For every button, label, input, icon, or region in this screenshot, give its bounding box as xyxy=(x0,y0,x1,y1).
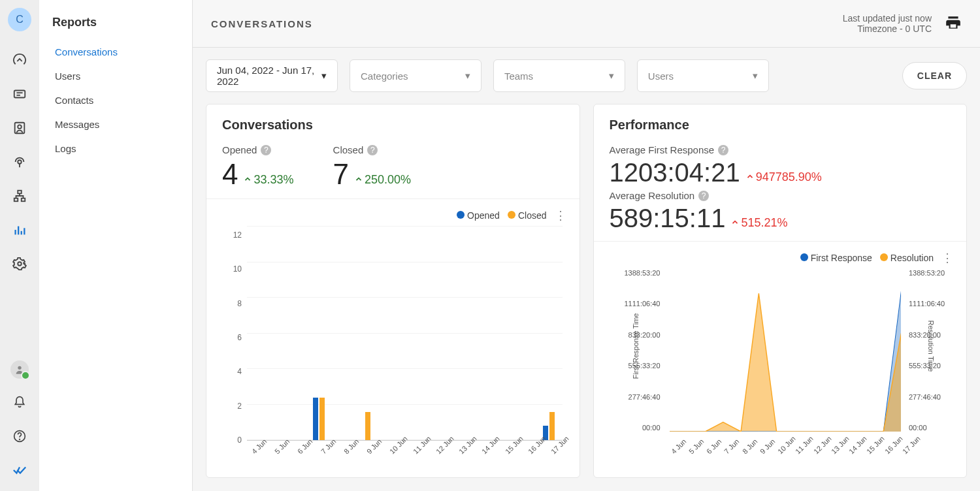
chevron-down-icon: ▾ xyxy=(753,70,758,82)
chart-menu-icon[interactable]: ⋮ xyxy=(941,252,953,264)
help-icon[interactable]: ? xyxy=(367,145,378,155)
current-user-avatar[interactable] xyxy=(10,360,29,379)
conversations-title: Conversations xyxy=(222,118,564,133)
sidebar-item-messages[interactable]: Messages xyxy=(39,112,192,136)
afr-delta: 947785.90% xyxy=(745,170,822,184)
messages-icon[interactable] xyxy=(7,81,33,107)
reports-icon[interactable] xyxy=(7,217,33,243)
closed-delta: 250.00% xyxy=(354,173,411,187)
legend-resolution: Resolution xyxy=(880,253,934,263)
ar-value: 589:15:11 xyxy=(610,204,726,233)
page-header: CONVERSATIONS Last updated just now Time… xyxy=(193,0,980,48)
sidebar-item-users[interactable]: Users xyxy=(39,64,192,88)
chevron-down-icon: ▾ xyxy=(321,70,327,82)
legend-closed: Closed xyxy=(508,210,547,221)
conversations-chart: 121086420 4 Jun5 Jun6 Jun7 Jun8 Jun9 Jun… xyxy=(220,227,566,467)
icon-rail: C xyxy=(0,0,39,491)
svg-point-4 xyxy=(18,125,22,129)
notifications-icon[interactable] xyxy=(7,389,33,415)
broadcast-icon[interactable] xyxy=(7,149,33,175)
svg-point-5 xyxy=(18,160,22,164)
svg-point-13 xyxy=(18,262,22,266)
clear-button[interactable]: CLEAR xyxy=(902,62,967,89)
print-icon[interactable] xyxy=(945,14,962,33)
categories-filter[interactable]: Categories ▾ xyxy=(350,59,482,92)
conversations-card: Conversations Opened? 4 33.33% Closed? xyxy=(206,104,580,478)
closed-value: 7 xyxy=(333,158,349,191)
filter-bar: Jun 04, 2022 - Jun 17, 2022 ▾ Categories… xyxy=(193,48,980,104)
help-icon[interactable] xyxy=(7,423,33,449)
contacts-icon[interactable] xyxy=(7,115,33,141)
settings-icon[interactable] xyxy=(7,251,33,277)
page-title: CONVERSATIONS xyxy=(211,18,313,29)
performance-card: Performance Average First Response? 1203… xyxy=(593,104,968,478)
afr-value: 1203:04:21 xyxy=(610,158,740,187)
help-icon[interactable]: ? xyxy=(718,145,728,155)
opened-delta: 33.33% xyxy=(243,173,293,187)
opened-value: 4 xyxy=(222,158,238,191)
users-filter[interactable]: Users ▾ xyxy=(637,59,769,92)
sidebar-title: Reports xyxy=(39,16,192,40)
chart-menu-icon[interactable]: ⋮ xyxy=(555,210,566,221)
help-icon[interactable]: ? xyxy=(261,145,271,155)
chevron-down-icon: ▾ xyxy=(609,70,614,82)
svg-rect-7 xyxy=(14,198,18,202)
svg-point-14 xyxy=(18,366,21,370)
workspace-avatar[interactable]: C xyxy=(8,8,31,31)
svg-point-16 xyxy=(20,439,20,440)
help-icon[interactable]: ? xyxy=(698,191,709,201)
date-range-picker[interactable]: Jun 04, 2022 - Jun 17, 2022 ▾ xyxy=(206,59,338,92)
chevron-down-icon: ▾ xyxy=(465,70,470,82)
main-content: CONVERSATIONS Last updated just now Time… xyxy=(193,0,980,491)
workflow-icon[interactable] xyxy=(7,183,33,209)
performance-title: Performance xyxy=(610,118,951,133)
svg-rect-8 xyxy=(22,198,25,202)
dashboard-icon[interactable] xyxy=(7,47,33,73)
reports-sidebar: Reports ConversationsUsersContactsMessag… xyxy=(39,0,193,491)
performance-chart: First Response Time 1388:53:201111:06:40… xyxy=(607,269,954,467)
timezone-text: Timezone - 0 UTC xyxy=(843,24,932,34)
brand-icon xyxy=(7,457,33,483)
last-updated-text: Last updated just now xyxy=(843,13,932,24)
ar-delta: 515.21% xyxy=(730,216,787,230)
teams-filter[interactable]: Teams ▾ xyxy=(493,59,625,92)
svg-rect-0 xyxy=(14,91,25,98)
sidebar-item-conversations[interactable]: Conversations xyxy=(39,40,192,64)
svg-rect-6 xyxy=(18,191,22,194)
legend-first-response: First Response xyxy=(800,253,872,263)
sidebar-item-logs[interactable]: Logs xyxy=(39,136,192,161)
sidebar-item-contacts[interactable]: Contacts xyxy=(39,88,192,112)
legend-opened: Opened xyxy=(457,210,500,221)
